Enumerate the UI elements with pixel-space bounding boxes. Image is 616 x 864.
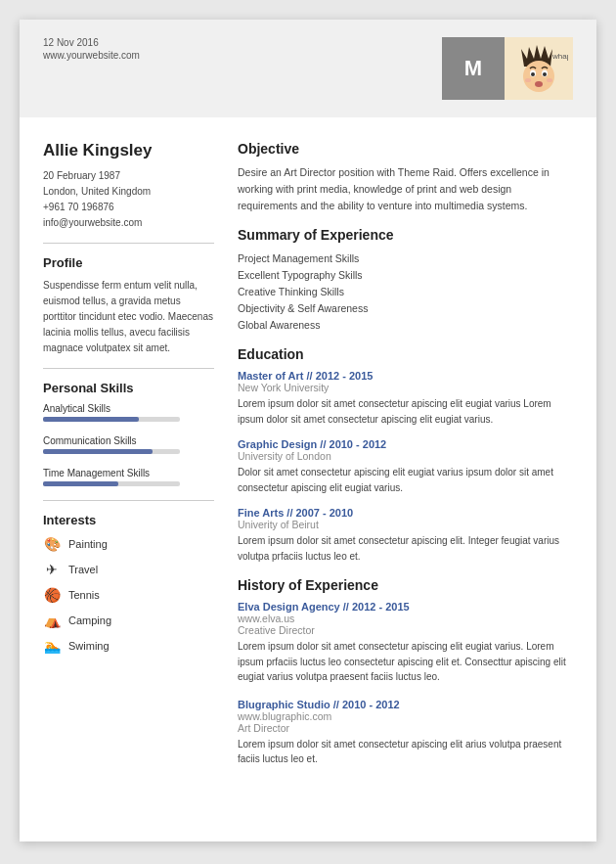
monogram-avatar: M bbox=[442, 37, 505, 100]
skill-analytical: Analytical Skills bbox=[43, 403, 214, 422]
svg-point-4 bbox=[531, 72, 535, 76]
left-column: Allie Kingsley 20 February 1987 London, … bbox=[43, 141, 214, 781]
edu-desc-2: Dolor sit amet consectetur apiscing elit… bbox=[238, 465, 573, 495]
header: 12 Nov 2016 www.yourwebsite.com M bbox=[20, 20, 596, 117]
right-column: Objective Desire an Art Director positio… bbox=[238, 141, 573, 781]
summary-item-5: Global Awareness bbox=[238, 317, 573, 334]
interest-camping: ⛺ Camping bbox=[43, 612, 214, 629]
personal-skills-title: Personal Skills bbox=[43, 381, 214, 395]
edu-school-1: New York University bbox=[238, 382, 573, 393]
profile-title: Profile bbox=[43, 255, 214, 270]
edu-degree-3: Fine Arts // 2007 - 2010 bbox=[238, 507, 573, 519]
summary-item-1: Project Management Skills bbox=[238, 250, 573, 267]
exp-website-2: www.blugraphic.com bbox=[238, 710, 573, 722]
exp-role-1: Creative Director bbox=[238, 624, 573, 636]
skill-time-management-bar-bg bbox=[43, 481, 180, 486]
skill-communication-bar-bg bbox=[43, 449, 180, 454]
divider-2 bbox=[43, 368, 214, 369]
header-website: www.yourwebsite.com bbox=[43, 50, 140, 61]
edu-degree-1: Master of Art // 2012 - 2015 bbox=[238, 370, 573, 382]
interest-swimming-label: Swiming bbox=[68, 640, 110, 652]
edu-desc-1: Lorem ipsum dolor sit amet consectetur a… bbox=[238, 396, 573, 427]
edu-school-2: University of London bbox=[238, 450, 573, 462]
svg-point-6 bbox=[535, 81, 543, 87]
tennis-icon: 🏀 bbox=[43, 586, 61, 604]
divider-1 bbox=[43, 243, 214, 244]
travel-icon: ✈ bbox=[43, 561, 61, 578]
summary-item-4: Objectivity & Self Awareness bbox=[238, 300, 573, 317]
edu-school-3: Univerity of Beirut bbox=[238, 519, 573, 530]
skill-analytical-bar-fill bbox=[43, 417, 139, 422]
interests-title: Interests bbox=[43, 513, 214, 527]
skill-communication-label: Communication Skills bbox=[43, 435, 214, 446]
header-right: M bbox=[442, 37, 573, 100]
svg-text:whap?!: whap?! bbox=[551, 52, 568, 61]
skill-analytical-label: Analytical Skills bbox=[43, 403, 214, 414]
exp-website-1: www.elva.us bbox=[238, 613, 573, 624]
skill-communication: Communication Skills bbox=[43, 435, 214, 454]
education-title: Education bbox=[238, 346, 573, 362]
interest-swimming: 🏊 Swiming bbox=[43, 637, 214, 655]
edu-entry-3: Fine Arts // 2007 - 2010 Univerity of Be… bbox=[238, 507, 573, 564]
main-content: Allie Kingsley 20 February 1987 London, … bbox=[20, 117, 596, 804]
divider-3 bbox=[43, 500, 214, 501]
person-name: Allie Kingsley bbox=[43, 141, 214, 160]
interest-tennis: 🏀 Tennis bbox=[43, 586, 214, 604]
exp-entry-2: Blugraphic Studio // 2010 - 2012 www.blu… bbox=[238, 699, 573, 767]
interest-painting-label: Painting bbox=[68, 538, 108, 550]
interest-camping-label: Camping bbox=[68, 614, 111, 626]
svg-point-1 bbox=[523, 61, 554, 92]
interest-travel: ✈ Travel bbox=[43, 561, 214, 578]
cartoon-avatar: whap?! bbox=[505, 37, 573, 100]
objective-text: Desire an Art Director position with The… bbox=[238, 164, 573, 213]
interest-travel-label: Travel bbox=[68, 564, 98, 575]
interest-tennis-label: Tennis bbox=[68, 589, 100, 601]
exp-desc-2: Lorem ipsum dolor sit amet consectetur a… bbox=[238, 737, 573, 767]
person-location: London, United Kingdom bbox=[43, 184, 214, 200]
svg-point-5 bbox=[543, 72, 547, 76]
edu-desc-3: Lorem ipsum dolor sit amet consectetur a… bbox=[238, 533, 573, 564]
summary-list: Project Management Skills Excellent Typo… bbox=[238, 250, 573, 333]
exp-company-title-1: Elva Design Agency // 2012 - 2015 bbox=[238, 601, 573, 613]
svg-point-8 bbox=[547, 78, 552, 82]
edu-entry-2: Graphic Design // 2010 - 2012 University… bbox=[238, 438, 573, 495]
resume-page: 12 Nov 2016 www.yourwebsite.com M bbox=[20, 20, 596, 841]
objective-title: Objective bbox=[238, 141, 573, 157]
skill-analytical-bar-bg bbox=[43, 417, 180, 422]
person-dob: 20 February 1987 bbox=[43, 168, 214, 184]
painting-icon: 🎨 bbox=[43, 535, 61, 553]
svg-point-7 bbox=[525, 78, 531, 82]
edu-entry-1: Master of Art // 2012 - 2015 New York Un… bbox=[238, 370, 573, 427]
summary-item-3: Creative Thinking Skills bbox=[238, 284, 573, 300]
edu-degree-2: Graphic Design // 2010 - 2012 bbox=[238, 438, 573, 450]
person-phone: +961 70 196876 bbox=[43, 200, 214, 215]
experience-title: History of Experience bbox=[238, 577, 573, 593]
skill-time-management: Time Management Skills bbox=[43, 468, 214, 486]
camping-icon: ⛺ bbox=[43, 612, 61, 629]
summary-title: Summary of Experience bbox=[238, 227, 573, 243]
summary-item-2: Excellent Typography Skills bbox=[238, 267, 573, 284]
header-left: 12 Nov 2016 www.yourwebsite.com bbox=[43, 37, 140, 61]
profile-text: Suspendisse ferm entum velit nulla, euis… bbox=[43, 278, 214, 356]
exp-entry-1: Elva Design Agency // 2012 - 2015 www.el… bbox=[238, 601, 573, 685]
skill-time-management-label: Time Management Skills bbox=[43, 468, 214, 478]
skill-communication-bar-fill bbox=[43, 449, 153, 454]
header-date: 12 Nov 2016 bbox=[43, 37, 140, 48]
exp-role-2: Art Director bbox=[238, 722, 573, 734]
interest-painting: 🎨 Painting bbox=[43, 535, 214, 553]
person-email: info@yourwebsite.com bbox=[43, 215, 214, 231]
exp-desc-1: Lorem ipsum dolor sit amet consectetur a… bbox=[238, 639, 573, 685]
swimming-icon: 🏊 bbox=[43, 637, 61, 655]
exp-company-title-2: Blugraphic Studio // 2010 - 2012 bbox=[238, 699, 573, 710]
skill-time-management-bar-fill bbox=[43, 481, 118, 486]
